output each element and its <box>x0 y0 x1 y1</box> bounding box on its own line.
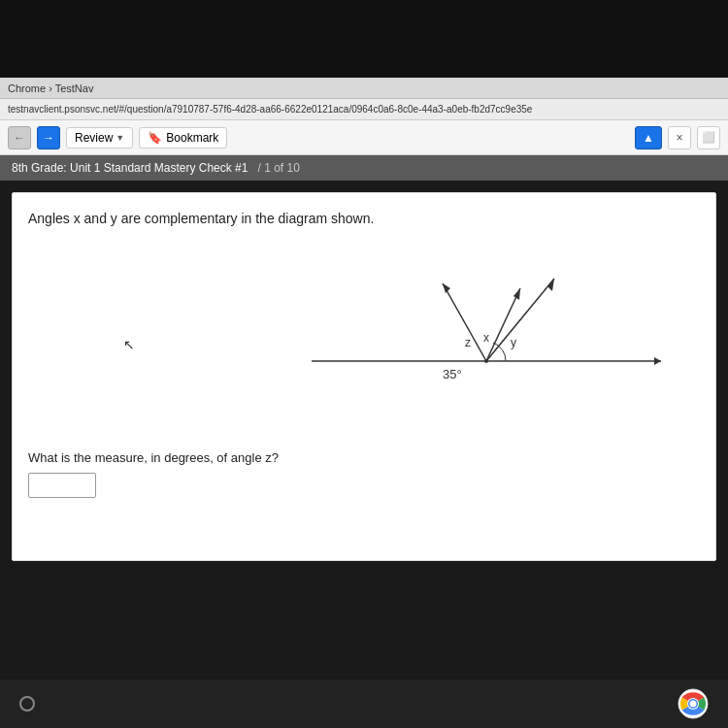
close-tool-button[interactable]: × <box>668 126 691 149</box>
browser-tab-bar: Chrome › TestNav <box>0 78 728 99</box>
answer-input[interactable] <box>28 473 96 498</box>
chevron-down-icon: ▼ <box>116 133 124 143</box>
diagram-area: ↖ z x y <box>28 245 700 439</box>
cursor-tool-button[interactable]: ▲ <box>635 126 662 149</box>
square-icon: ⬜ <box>702 131 715 144</box>
address-text: testnavclient.psonsvc.net/#/question/a79… <box>8 104 532 115</box>
close-icon: × <box>676 131 682 145</box>
z-label: z <box>465 336 471 349</box>
cursor-pointer: ↖ <box>123 337 135 352</box>
answer-section: What is the measure, in degrees, of angl… <box>28 450 700 498</box>
progress-indicator: / 1 of 10 <box>257 161 299 175</box>
back-button[interactable]: ← <box>8 126 31 149</box>
forward-icon: → <box>43 131 54 145</box>
back-icon: ← <box>14 131 25 145</box>
cursor-icon: ▲ <box>643 131 654 145</box>
x-ray-arrow <box>513 288 520 300</box>
chrome-center-ring <box>690 701 697 708</box>
z-ray <box>443 283 486 361</box>
taskbar <box>0 679 728 728</box>
square-tool-button[interactable]: ⬜ <box>697 126 720 149</box>
address-bar: testnavclient.psonsvc.net/#/question/a79… <box>0 99 728 120</box>
question-text: Angles x and y are complementary in the … <box>28 209 700 229</box>
grade-bar: 8th Grade: Unit 1 Standard Mastery Check… <box>0 155 728 181</box>
x-label-diagram: x <box>483 331 489 345</box>
browser-tab-label: Chrome › TestNav <box>8 83 93 94</box>
review-label: Review <box>75 131 113 145</box>
top-bezel <box>0 0 728 78</box>
sub-question-text: What is the measure, in degrees, of angl… <box>28 450 700 465</box>
right-arrow <box>654 357 661 365</box>
power-button[interactable] <box>19 696 35 711</box>
y-label: y <box>511 336 516 349</box>
browser-window: Chrome › TestNav testnavclient.psonsvc.n… <box>0 78 728 641</box>
x-ray <box>486 288 520 361</box>
angle-measure-label: 35° <box>443 367 462 381</box>
forward-button[interactable]: → <box>37 126 60 149</box>
bookmark-icon: 🔖 <box>148 131 162 145</box>
z-ray-arrow <box>443 283 450 293</box>
angle-diagram: z x y 35° <box>292 254 680 429</box>
question-content: Angles x and y are complementary in the … <box>12 192 716 561</box>
review-button[interactable]: Review ▼ <box>66 127 133 149</box>
grade-title: 8th Grade: Unit 1 Standard Mastery Check… <box>12 161 248 175</box>
y-ray <box>486 279 554 361</box>
toolbar: ← → Review ▼ 🔖 Bookmark ▲ × ⬜ <box>0 120 728 155</box>
bookmark-button[interactable]: 🔖 Bookmark <box>139 127 227 149</box>
chrome-icon[interactable] <box>678 688 709 719</box>
bookmark-label: Bookmark <box>166 131 218 145</box>
